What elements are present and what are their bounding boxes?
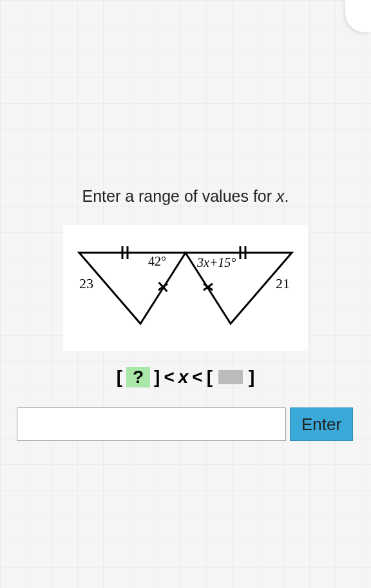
right-side-label: 21 — [276, 275, 290, 291]
less-than-2: < — [192, 367, 202, 387]
prompt-text: Enter a range of values for x. — [82, 187, 289, 206]
answer-expression: [ ? ] < x < [ ] — [117, 367, 255, 387]
svg-marker-0 — [79, 253, 186, 324]
right-angle-label: 3x+15° — [196, 255, 236, 270]
expression-variable: x — [178, 367, 189, 387]
prompt-variable: x — [276, 187, 285, 205]
problem-content: Enter a range of values for x. — [0, 187, 371, 387]
answer-box-1[interactable]: ? — [126, 367, 150, 387]
left-side-label: 23 — [79, 275, 93, 291]
bracket-close-1: ] — [154, 367, 160, 387]
page-curl-decoration — [345, 0, 371, 32]
bracket-close-2: ] — [249, 367, 254, 387]
geometry-figure: 23 42° 3x+15° 21 — [63, 225, 308, 351]
left-angle-label: 42° — [148, 254, 166, 268]
answer-box-2[interactable] — [218, 370, 243, 384]
less-than-1: < — [164, 367, 174, 387]
bracket-open-2: [ — [207, 367, 213, 387]
enter-button[interactable]: Enter — [290, 407, 353, 441]
triangles-svg: 23 42° 3x+15° 21 — [70, 233, 301, 343]
answer-input[interactable] — [17, 407, 286, 441]
prompt-before: Enter a range of values for — [82, 187, 276, 205]
prompt-after: . — [285, 187, 289, 205]
input-row: Enter — [17, 407, 353, 441]
bracket-open-1: [ — [117, 367, 122, 387]
